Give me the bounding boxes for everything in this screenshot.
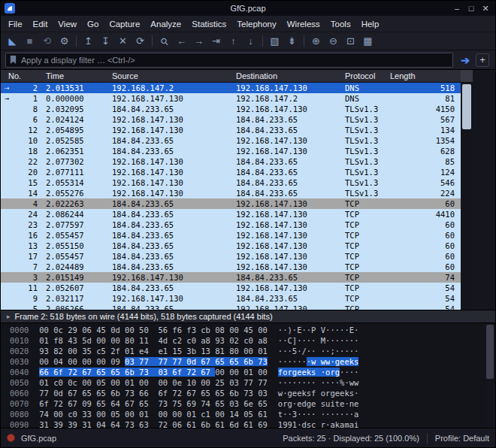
hex-byte[interactable]: 74	[201, 399, 215, 408]
packet-row-18[interactable]: 182.062351184.84.233.65192.168.147.130TL…	[1, 146, 461, 156]
packet-row-24[interactable]: 242.086244184.84.233.65192.168.147.130TC…	[1, 209, 461, 219]
column-header-time[interactable]: Time	[41, 71, 107, 80]
hex-scrollbar-thumb[interactable]	[486, 325, 494, 379]
hex-byte[interactable]: f8	[53, 336, 68, 345]
hex-byte[interactable]: 6e	[243, 399, 258, 408]
packet-row-16[interactable]: 162.055457184.84.233.65192.168.147.130TC…	[1, 230, 461, 241]
hex-byte[interactable]: 81	[215, 347, 229, 356]
hex-byte[interactable]: 72	[172, 389, 186, 398]
open-file-icon[interactable]: ↥	[80, 34, 97, 49]
hex-byte[interactable]: 6d	[229, 420, 243, 428]
hex-row-0010[interactable]: 001001 f8 43 5d 00 00 80 11 4d c2 c0 a8 …	[10, 335, 495, 346]
menu-view[interactable]: View	[53, 17, 82, 31]
hex-byte[interactable]: 61	[258, 410, 268, 419]
column-header-protocol[interactable]: Protocol	[340, 71, 386, 80]
hex-row-0030[interactable]: 003000 04 00 00 00 09 03 77 77 77 0d 67 …	[10, 356, 495, 367]
hex-byte[interactable]: 77	[139, 357, 158, 366]
hex-byte[interactable]: 93	[39, 347, 53, 356]
hex-byte[interactable]: 05	[96, 378, 110, 387]
hex-byte[interactable]: e4	[139, 347, 158, 356]
maximize-button[interactable]: □	[465, 4, 477, 14]
hex-byte[interactable]: 03	[158, 368, 172, 377]
hex-byte[interactable]: 0c	[53, 325, 68, 334]
display-filter-field[interactable]	[5, 53, 453, 68]
menu-tools[interactable]: Tools	[325, 17, 356, 31]
packet-row-8[interactable]: 82.032095184.84.233.65192.168.147.130TLS…	[1, 104, 461, 114]
hex-byte[interactable]: 61	[215, 420, 229, 428]
hex-byte[interactable]: 65	[229, 357, 243, 366]
packet-row-23[interactable]: 232.077597184.84.233.65192.168.147.130TC…	[1, 219, 461, 230]
expander-caret-icon[interactable]: ▸	[7, 313, 11, 320]
hex-row-0060[interactable]: 006077 0d 67 65 65 6b 73 66 6f 72 67 65 …	[10, 388, 495, 398]
hex-byte[interactable]: 65	[82, 389, 96, 398]
resize-columns-icon[interactable]: ▦	[359, 34, 377, 49]
hex-byte[interactable]: c1	[201, 410, 215, 419]
hex-byte[interactable]: 14	[229, 410, 243, 419]
hex-byte[interactable]: c0	[68, 410, 82, 419]
hex-byte[interactable]: 6b	[110, 389, 125, 398]
hex-byte[interactable]: 31	[82, 420, 96, 428]
hex-byte[interactable]: 00	[110, 336, 125, 345]
hex-byte[interactable]: 66	[39, 368, 53, 377]
hex-byte[interactable]: 65	[201, 389, 215, 398]
hex-byte[interactable]: 05	[110, 410, 125, 419]
hex-byte[interactable]: 00	[243, 347, 258, 356]
hex-byte[interactable]: 01	[243, 368, 258, 377]
packet-row-15[interactable]: 152.055314192.168.147.130184.84.233.65TL…	[1, 177, 461, 188]
hex-byte[interactable]: 33	[82, 410, 96, 419]
hex-byte[interactable]: 77	[243, 378, 258, 387]
zoom-reset-icon[interactable]: ⊡	[342, 34, 359, 49]
hex-byte[interactable]: 00	[96, 336, 110, 345]
hex-byte[interactable]: 01	[186, 410, 201, 419]
packet-row-7[interactable]: 72.024489184.84.233.65192.168.147.130TCP…	[1, 262, 461, 272]
menu-analyze[interactable]: Analyze	[145, 17, 186, 31]
expert-info-icon[interactable]	[7, 434, 15, 442]
hex-byte[interactable]: 03	[229, 378, 243, 387]
hex-byte[interactable]: 67	[201, 357, 215, 366]
menu-wireless[interactable]: Wireless	[282, 17, 325, 31]
reload-file-icon[interactable]: ⟳	[132, 34, 149, 49]
menu-capture[interactable]: Capture	[104, 17, 145, 31]
stop-capture-icon[interactable]: ■	[21, 34, 38, 49]
packet-list-scrollbar[interactable]	[461, 83, 473, 310]
column-header-destination[interactable]: Destination	[231, 71, 340, 80]
hex-byte[interactable]: 04	[96, 420, 110, 428]
hex-byte[interactable]: 67	[68, 389, 82, 398]
hex-byte[interactable]: 00	[39, 325, 53, 334]
hex-byte[interactable]: 00	[201, 378, 215, 387]
hex-byte[interactable]: 35	[82, 347, 96, 356]
hex-byte[interactable]: 6f	[158, 389, 172, 398]
hex-byte[interactable]: f3	[186, 325, 201, 334]
zoom-out-icon[interactable]: ⊖	[325, 34, 342, 49]
hex-byte[interactable]: 63	[139, 420, 158, 428]
packet-row-11[interactable]: 112.052607184.84.233.65192.168.147.130TC…	[1, 283, 461, 293]
hex-byte[interactable]: 01	[125, 347, 139, 356]
hex-byte[interactable]: 00	[96, 410, 110, 419]
hex-byte[interactable]: 67	[201, 368, 215, 377]
hex-byte[interactable]: 25	[215, 378, 229, 387]
hex-byte[interactable]: 00	[139, 378, 158, 387]
restart-capture-icon[interactable]: ⟲	[38, 34, 56, 49]
hex-byte[interactable]: 00	[215, 368, 229, 377]
apply-filter-button[interactable]: ➔	[461, 54, 470, 66]
hex-byte[interactable]: c0	[186, 336, 201, 345]
hex-byte[interactable]: 61	[186, 420, 201, 428]
colorize-icon[interactable]: ▧	[266, 34, 283, 49]
hex-byte[interactable]: 80	[229, 347, 243, 356]
hex-byte[interactable]: e1	[158, 347, 172, 356]
hex-byte[interactable]: 77	[158, 357, 172, 366]
filter-bookmark-icon[interactable]	[9, 55, 17, 65]
packet-row-9[interactable]: 92.032117192.168.147.130184.84.233.65TCP…	[1, 293, 461, 304]
hex-byte[interactable]: 50	[139, 325, 158, 334]
hex-byte[interactable]: 65	[96, 368, 110, 377]
hex-byte[interactable]: 00	[229, 368, 243, 377]
hex-byte[interactable]: 00	[215, 410, 229, 419]
packet-row-1[interactable]: →10.000000192.168.147.130192.168.147.2DN…	[1, 93, 461, 104]
hex-byte[interactable]: 43	[68, 336, 82, 345]
hex-byte[interactable]: 13	[201, 347, 215, 356]
hex-byte[interactable]: 67	[125, 399, 139, 408]
hex-row-0020[interactable]: 002093 82 00 35 c5 2f 01 e4 e1 15 3b 13 …	[10, 346, 495, 356]
hex-byte[interactable]: 05	[243, 410, 258, 419]
menu-telephony[interactable]: Telephony	[231, 17, 281, 31]
hex-byte[interactable]: 09	[110, 357, 125, 366]
